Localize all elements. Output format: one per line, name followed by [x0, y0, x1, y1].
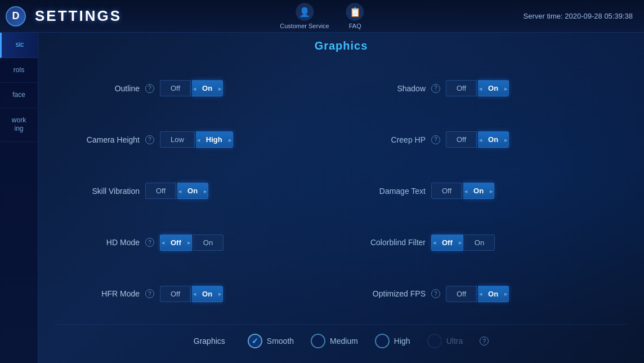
hfr-mode-label: HFR Mode: [66, 289, 140, 298]
shadow-off-btn[interactable]: Off: [446, 80, 477, 96]
damage-text-on-btn[interactable]: On: [463, 183, 494, 199]
top-nav: 👤 Customer Service 📋 FAQ: [280, 3, 364, 29]
main-layout: sic rols face working Graphics Outline ?…: [0, 33, 644, 363]
hd-mode-off-btn[interactable]: Off: [160, 234, 192, 251]
creep-hp-help-icon[interactable]: ?: [431, 135, 440, 144]
customer-service-label: Customer Service: [280, 23, 329, 29]
colorblind-on-btn[interactable]: On: [464, 234, 495, 251]
server-time: Server time: 2020-09-28 05:39:38: [524, 12, 633, 20]
colorblind-row: Colorblind Filter Off On: [341, 217, 627, 268]
camera-low-btn[interactable]: Low: [160, 131, 195, 148]
sidebar-item-network[interactable]: working: [0, 108, 38, 142]
outline-on-btn[interactable]: On: [192, 80, 223, 96]
medium-label: Medium: [330, 337, 358, 346]
ultra-radio[interactable]: [427, 334, 442, 348]
camera-high-btn[interactable]: High: [196, 131, 233, 148]
creep-hp-row: Creep HP ? Off On: [341, 114, 627, 165]
customer-service-icon: 👤: [296, 3, 314, 21]
faq-label: FAQ: [349, 23, 361, 29]
hfr-mode-off-btn[interactable]: Off: [160, 286, 191, 302]
settings-title: SETTINGS: [35, 7, 122, 25]
customer-service-nav[interactable]: 👤 Customer Service: [280, 3, 329, 29]
hfr-mode-help-icon[interactable]: ?: [145, 289, 154, 298]
creep-hp-label: Creep HP: [352, 135, 426, 144]
creep-hp-toggle: Off On: [446, 131, 509, 148]
damage-text-off-btn[interactable]: Off: [431, 183, 462, 199]
skill-vib-off-btn[interactable]: Off: [145, 183, 176, 199]
faq-nav[interactable]: 📋 FAQ: [346, 3, 364, 29]
sidebar-item-interface[interactable]: face: [0, 83, 38, 108]
medium-radio[interactable]: [311, 334, 325, 348]
settings-grid: Outline ? Off On Shadow ? Off On Camera …: [55, 63, 627, 320]
shadow-row: Shadow ? Off On: [341, 63, 627, 114]
hd-mode-on-btn[interactable]: On: [193, 234, 223, 251]
quality-medium[interactable]: Medium: [311, 334, 358, 348]
quality-help-icon[interactable]: ?: [480, 337, 489, 346]
optimized-fps-row: Optimized FPS ? Off On: [341, 268, 627, 320]
smooth-label: Smooth: [267, 337, 294, 346]
hd-mode-help-icon[interactable]: ?: [145, 238, 154, 247]
hfr-mode-toggle: Off On: [160, 286, 223, 302]
shadow-label: Shadow: [352, 84, 426, 93]
creep-hp-on-btn[interactable]: On: [478, 131, 509, 148]
section-title: Graphics: [55, 39, 627, 52]
optimized-fps-off-btn[interactable]: Off: [446, 286, 477, 302]
logo-icon: D: [6, 6, 26, 26]
optimized-fps-label: Optimized FPS: [352, 289, 426, 298]
content-area: Graphics Outline ? Off On Shadow ? Off O…: [38, 33, 644, 363]
quality-high[interactable]: High: [375, 334, 410, 348]
camera-height-label: Camera Height: [66, 135, 140, 144]
outline-row: Outline ? Off On: [55, 63, 341, 114]
graphics-quality-label: Graphics: [194, 337, 225, 346]
skill-vibration-toggle: Off On: [145, 183, 208, 199]
top-left: D SETTINGS: [6, 6, 122, 26]
hfr-mode-row: HFR Mode ? Off On: [55, 268, 341, 320]
optimized-fps-help-icon[interactable]: ?: [431, 289, 440, 298]
colorblind-off-btn[interactable]: Off: [431, 234, 463, 251]
colorblind-toggle: Off On: [431, 234, 495, 251]
camera-height-row: Camera Height ? Low High: [55, 114, 341, 165]
skill-vib-on-btn[interactable]: On: [177, 183, 208, 199]
outline-toggle: Off On: [160, 80, 223, 96]
high-label: High: [394, 337, 410, 346]
outline-label: Outline: [66, 84, 140, 93]
damage-text-toggle: Off On: [431, 183, 494, 199]
shadow-help-icon[interactable]: ?: [431, 84, 440, 93]
hfr-mode-on-btn[interactable]: On: [192, 286, 223, 302]
outline-help-icon[interactable]: ?: [145, 84, 154, 93]
quality-ultra[interactable]: Ultra: [427, 334, 463, 348]
high-radio[interactable]: [375, 334, 390, 348]
outline-off-btn[interactable]: Off: [160, 80, 191, 96]
sidebar-item-basic[interactable]: sic: [0, 33, 38, 58]
camera-height-help-icon[interactable]: ?: [145, 135, 154, 144]
optimized-fps-on-btn[interactable]: On: [478, 286, 509, 302]
shadow-toggle: Off On: [446, 80, 509, 96]
sidebar: sic rols face working: [0, 33, 38, 363]
creep-hp-off-btn[interactable]: Off: [446, 131, 477, 148]
damage-text-label: Damage Text: [352, 187, 426, 196]
camera-height-toggle: Low High: [160, 131, 233, 148]
optimized-fps-toggle: Off On: [446, 286, 509, 302]
sidebar-item-controls[interactable]: rols: [0, 58, 38, 83]
colorblind-label: Colorblind Filter: [352, 238, 426, 247]
top-bar: D SETTINGS 👤 Customer Service 📋 FAQ Serv…: [0, 0, 644, 33]
smooth-radio[interactable]: [248, 334, 262, 348]
hd-mode-toggle: Off On: [160, 234, 223, 251]
shadow-on-btn[interactable]: On: [478, 80, 509, 96]
skill-vibration-row: Skill Vibration Off On: [55, 165, 341, 216]
graphics-quality-section: Graphics Smooth Medium High Ultra ?: [55, 324, 627, 357]
hd-mode-label: HD Mode: [66, 238, 140, 247]
quality-smooth[interactable]: Smooth: [248, 334, 294, 348]
faq-icon: 📋: [346, 3, 364, 21]
skill-vibration-label: Skill Vibration: [66, 187, 140, 196]
ultra-label: Ultra: [446, 337, 463, 346]
damage-text-row: Damage Text Off On: [341, 165, 627, 216]
hd-mode-row: HD Mode ? Off On: [55, 217, 341, 268]
